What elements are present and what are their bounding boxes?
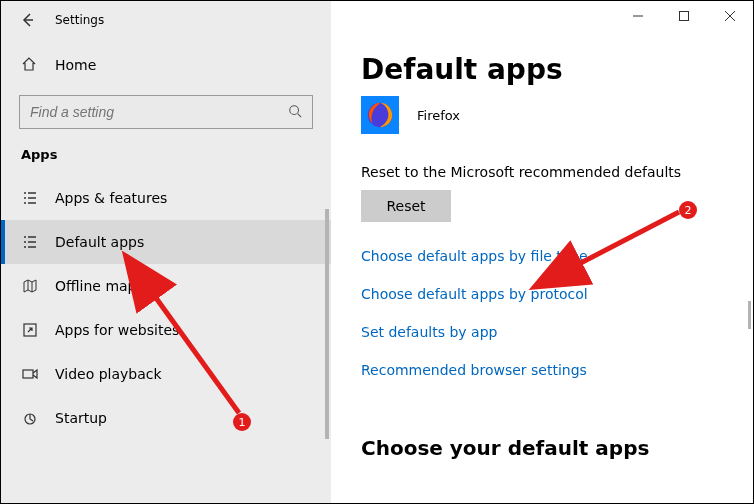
minimize-button[interactable]	[615, 1, 661, 31]
sidebar-item-video-playback[interactable]: Video playback	[1, 352, 331, 396]
list-icon	[21, 190, 39, 206]
minimize-icon	[633, 11, 643, 21]
video-icon	[21, 366, 39, 382]
sidebar-item-label: Apps & features	[55, 190, 167, 206]
map-icon	[21, 278, 39, 294]
link-choose-by-protocol[interactable]: Choose default apps by protocol	[361, 286, 723, 302]
arrow-left-icon	[19, 12, 35, 28]
link-recommended-browser[interactable]: Recommended browser settings	[361, 362, 723, 378]
svg-rect-4	[680, 12, 689, 21]
search-input[interactable]	[30, 104, 288, 120]
home-icon	[21, 56, 39, 75]
sidebar-item-apps-features[interactable]: Apps & features	[1, 176, 331, 220]
back-button[interactable]	[9, 2, 45, 38]
reset-caption: Reset to the Microsoft recommended defau…	[361, 164, 723, 180]
sidebar-item-apps-websites[interactable]: Apps for websites	[1, 308, 331, 352]
firefox-icon	[361, 96, 399, 134]
svg-rect-2	[23, 370, 33, 378]
subheading: Choose your default apps	[361, 436, 723, 460]
sidebar-item-default-apps[interactable]: Default apps	[1, 220, 331, 264]
main-scrollbar[interactable]	[748, 301, 751, 329]
sidebar-scrollbar[interactable]	[325, 209, 329, 439]
sidebar-item-label: Startup	[55, 410, 107, 426]
maximize-icon	[679, 11, 689, 21]
sidebar-home[interactable]: Home	[1, 45, 331, 85]
default-browser-name: Firefox	[417, 108, 460, 123]
sidebar-item-offline-maps[interactable]: Offline maps	[1, 264, 331, 308]
link-set-defaults-by-app[interactable]: Set defaults by app	[361, 324, 723, 340]
page-title: Default apps	[361, 53, 723, 86]
svg-point-0	[290, 105, 299, 114]
maximize-button[interactable]	[661, 1, 707, 31]
window-controls	[615, 1, 753, 31]
default-apps-icon	[21, 234, 39, 250]
reset-button[interactable]: Reset	[361, 190, 451, 222]
search-box[interactable]	[19, 95, 313, 129]
sidebar-item-label: Apps for websites	[55, 322, 179, 338]
startup-icon	[21, 410, 39, 426]
sidebar: Settings Home Apps Apps & features	[1, 1, 331, 503]
sidebar-item-label: Offline maps	[55, 278, 144, 294]
home-label: Home	[55, 57, 96, 73]
close-button[interactable]	[707, 1, 753, 31]
open-icon	[21, 322, 39, 338]
link-choose-by-filetype[interactable]: Choose default apps by file type	[361, 248, 723, 264]
titlebar: Settings	[1, 1, 331, 39]
default-browser-row[interactable]: Firefox	[361, 96, 723, 134]
sidebar-item-label: Video playback	[55, 366, 162, 382]
close-icon	[725, 11, 735, 21]
search-icon	[288, 104, 302, 121]
window-title: Settings	[55, 13, 104, 27]
main-panel: Default apps Firefox Reset to the Micros…	[331, 1, 753, 503]
sidebar-nav: Apps & features Default apps Offline map…	[1, 176, 331, 440]
sidebar-item-startup[interactable]: Startup	[1, 396, 331, 440]
sidebar-section-heading: Apps	[1, 129, 331, 170]
sidebar-item-label: Default apps	[55, 234, 144, 250]
